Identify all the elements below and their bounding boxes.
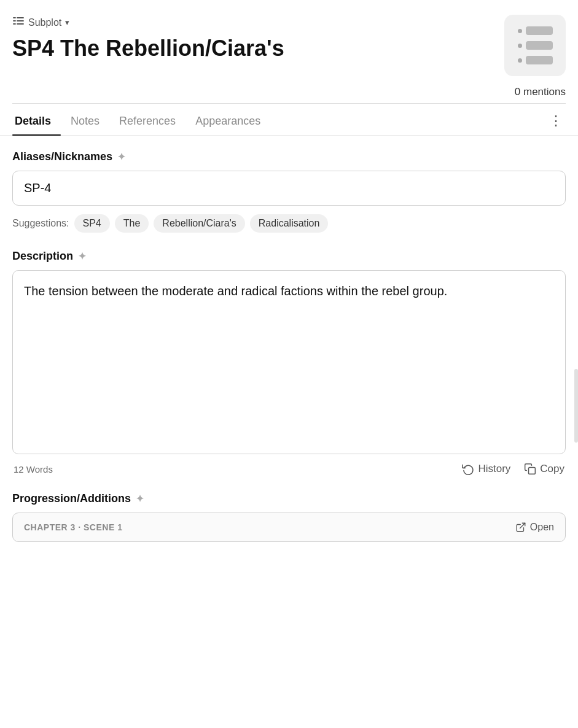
- progression-sparkle-icon: ✦: [136, 493, 144, 505]
- word-count: 12 Words: [14, 464, 53, 474]
- aliases-input[interactable]: [12, 171, 566, 206]
- footer-actions: History Copy: [462, 463, 564, 475]
- tab-references[interactable]: References: [117, 106, 186, 135]
- list-icon-widget[interactable]: [504, 15, 566, 76]
- header-divider: [12, 103, 566, 104]
- list-bar: [526, 26, 553, 35]
- subplot-icon: [12, 15, 25, 30]
- description-footer: 12 Words History Copy: [12, 463, 566, 475]
- mentions-count: 0 mentions: [515, 86, 566, 98]
- list-row-3: [518, 56, 553, 64]
- svg-line-7: [520, 523, 525, 528]
- list-row-2: [518, 41, 553, 50]
- copy-icon: [524, 463, 536, 475]
- list-dot: [518, 44, 522, 48]
- content-area: Aliases/Nicknames ✦ Suggestions: SP4 The…: [0, 136, 578, 542]
- header-left: Subplot ▾ SP4 The Rebellion/Ciara's: [12, 15, 284, 61]
- description-label: Description ✦: [12, 250, 566, 263]
- suggestion-chip-rebellion[interactable]: Rebellion/Ciara's: [154, 214, 244, 233]
- progression-card: CHAPTER 3 · SCENE 1 Open: [12, 513, 566, 542]
- history-button[interactable]: History: [462, 463, 510, 475]
- tab-details[interactable]: Details: [12, 106, 61, 135]
- suggestion-chip-radicalisation[interactable]: Radicalisation: [250, 214, 329, 233]
- suggestions-label: Suggestions:: [12, 218, 69, 229]
- aliases-section: Aliases/Nicknames ✦ Suggestions: SP4 The…: [12, 150, 566, 233]
- description-textarea[interactable]: The tension between the moderate and rad…: [12, 270, 566, 454]
- progression-card-label: CHAPTER 3 · SCENE 1: [24, 522, 122, 532]
- tabs-more-button[interactable]: ⋮: [547, 108, 566, 134]
- suggestion-chip-sp4[interactable]: SP4: [74, 214, 110, 233]
- list-dot: [518, 58, 522, 63]
- subplot-label-text: Subplot: [28, 17, 61, 28]
- open-external-icon: [515, 522, 526, 533]
- suggestions-row: Suggestions: SP4 The Rebellion/Ciara's R…: [12, 214, 566, 233]
- list-dot: [518, 29, 522, 33]
- scrollbar[interactable]: [574, 369, 578, 443]
- progression-label: Progression/Additions ✦: [12, 492, 566, 505]
- page-header: Subplot ▾ SP4 The Rebellion/Ciara's: [0, 0, 578, 86]
- chevron-down-icon: ▾: [65, 18, 69, 27]
- history-icon: [462, 463, 474, 475]
- page-title: SP4 The Rebellion/Ciara's: [12, 35, 284, 61]
- list-bar: [526, 56, 553, 64]
- mentions-row: 0 mentions: [0, 86, 578, 103]
- aliases-label: Aliases/Nicknames ✦: [12, 150, 566, 163]
- description-sparkle-icon: ✦: [78, 250, 86, 262]
- aliases-sparkle-icon: ✦: [117, 151, 125, 163]
- tab-notes[interactable]: Notes: [68, 106, 109, 135]
- progression-open-button[interactable]: Open: [515, 522, 554, 533]
- tabs-bar: Details Notes References Appearances ⋮: [0, 106, 578, 136]
- suggestion-chip-the[interactable]: The: [115, 214, 149, 233]
- copy-button[interactable]: Copy: [524, 463, 564, 475]
- progression-section: Progression/Additions ✦ CHAPTER 3 · SCEN…: [12, 492, 566, 542]
- list-bar: [526, 41, 553, 50]
- svg-rect-6: [529, 468, 536, 474]
- description-section: Description ✦ The tension between the mo…: [12, 250, 566, 475]
- list-row-1: [518, 26, 553, 35]
- tab-appearances[interactable]: Appearances: [193, 106, 270, 135]
- subplot-dropdown[interactable]: Subplot ▾: [12, 15, 284, 30]
